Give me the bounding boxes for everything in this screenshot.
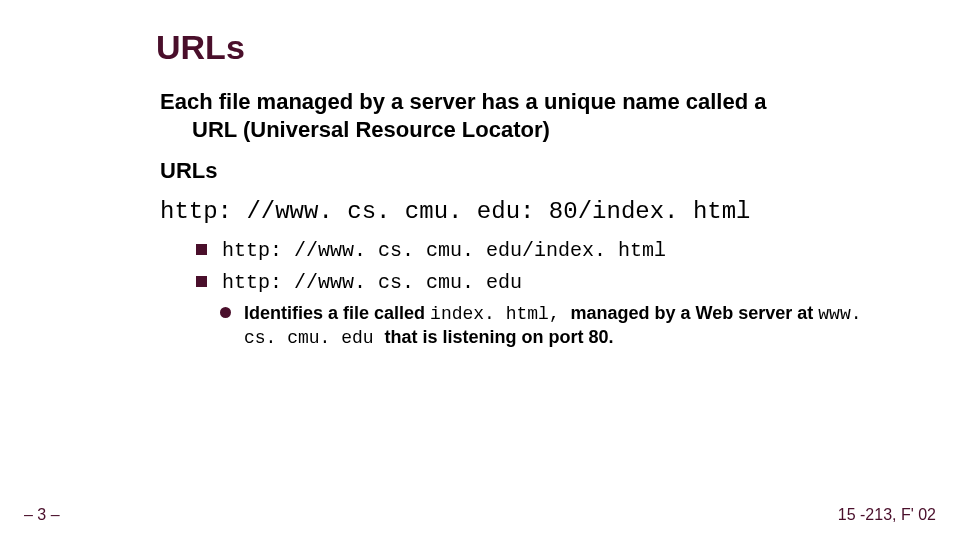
bullet-list: http: //www. cs. cmu. edu/index. html ht… <box>196 238 876 351</box>
intro-line-1: Each file managed by a server has a uniq… <box>160 89 766 114</box>
sub-bullet-text: managed by a Web server at <box>571 303 819 323</box>
intro-line-2: URL (Universal Resource Locator) <box>160 116 880 144</box>
course-label: 15 -213, F' 02 <box>838 506 936 524</box>
slide-number: – 3 – <box>24 506 60 524</box>
subheading: URLs <box>160 158 217 184</box>
intro-text: Each file managed by a server has a uniq… <box>160 88 880 143</box>
list-item: http: //www. cs. cmu. edu/index. html <box>196 238 876 264</box>
sub-bullet-text: Identifies a file called <box>244 303 430 323</box>
slide: URLs Each file managed by a server has a… <box>0 0 960 540</box>
sub-list-item: Identifies a file called index. html, ma… <box>220 302 876 351</box>
slide-title: URLs <box>156 28 245 67</box>
main-url-example: http: //www. cs. cmu. edu: 80/index. htm… <box>160 198 751 225</box>
list-item: http: //www. cs. cmu. edu <box>196 270 876 296</box>
sub-bullet-text: that is listening on port 80. <box>384 327 613 347</box>
code-text: index. html, <box>430 304 570 324</box>
